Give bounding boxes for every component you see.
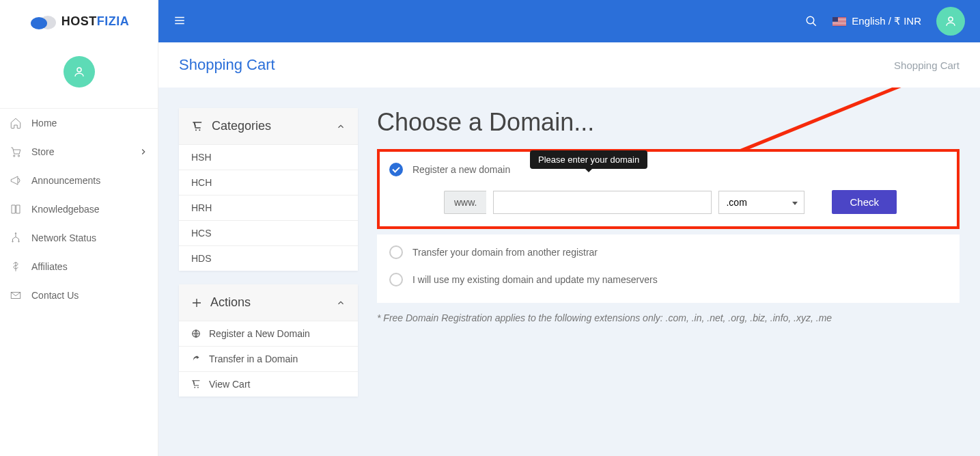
- logo-icon: [29, 12, 59, 31]
- flag-icon: [832, 17, 846, 26]
- svg-point-13: [199, 129, 200, 131]
- share-icon: [191, 354, 201, 364]
- domain-input[interactable]: [493, 191, 712, 214]
- hamburger-icon: [173, 14, 186, 27]
- sidebar: HOSTFIZIA Home Store Announcements Knowl…: [0, 0, 158, 456]
- category-item[interactable]: HDS: [179, 245, 358, 271]
- action-view-cart[interactable]: View Cart: [179, 371, 358, 397]
- chevron-up-icon: [336, 122, 346, 131]
- action-register-domain[interactable]: Register a New Domain: [179, 321, 358, 346]
- user-icon: [944, 15, 957, 27]
- category-item[interactable]: HSH: [179, 144, 358, 170]
- svg-point-9: [807, 16, 815, 24]
- radio-checked-icon: [389, 163, 403, 176]
- nav-label: Home: [31, 118, 57, 129]
- megaphone-icon: [10, 174, 22, 187]
- book-icon: [10, 203, 22, 215]
- nav-home[interactable]: Home: [0, 109, 158, 137]
- option-label: Transfer your domain from another regist…: [412, 247, 598, 258]
- page-header: Shopping Cart Shopping Cart: [158, 42, 980, 88]
- option-register[interactable]: Register a new domain: [389, 159, 947, 180]
- nav-affiliates[interactable]: Affiliates: [0, 252, 158, 281]
- nav-list: Home Store Announcements Knowledgebase N…: [0, 108, 158, 310]
- nav-label: Network Status: [31, 232, 96, 243]
- nav-network[interactable]: Network Status: [0, 224, 158, 252]
- option-existing[interactable]: I will use my existing domain and update…: [389, 266, 947, 293]
- option-label: I will use my existing domain and update…: [412, 274, 658, 285]
- nav-label: Knowledgebase: [31, 204, 100, 215]
- breadcrumb: Shopping Cart: [894, 59, 960, 71]
- tooltip: Please enter your domain: [530, 150, 647, 169]
- cart-icon: [10, 146, 22, 158]
- svg-point-1: [31, 17, 47, 29]
- svg-point-15: [194, 387, 195, 388]
- chevron-right-icon: [139, 147, 148, 157]
- nav-label: Announcements: [31, 175, 100, 186]
- sidebar-avatar[interactable]: [64, 56, 95, 88]
- user-menu[interactable]: [936, 7, 965, 36]
- check-button[interactable]: Check: [832, 190, 897, 214]
- footnote: * Free Domain Registration applies to th…: [377, 312, 960, 323]
- nav-label: Store: [31, 146, 54, 157]
- action-label: Register a New Domain: [209, 328, 310, 339]
- tld-select[interactable]: .com: [718, 191, 804, 214]
- nav-knowledgebase[interactable]: Knowledgebase: [0, 195, 158, 224]
- panel-title: Actions: [210, 295, 251, 310]
- cart-icon: [191, 379, 201, 389]
- mail-icon: [10, 289, 22, 301]
- action-label: View Cart: [209, 379, 250, 390]
- radio-icon: [389, 273, 403, 286]
- option-transfer[interactable]: Transfer your domain from another regist…: [389, 239, 947, 266]
- topbar: English / ₹ INR: [158, 0, 980, 42]
- search-icon[interactable]: [805, 15, 817, 27]
- domain-register-box: Register a new domain Please enter your …: [377, 149, 960, 229]
- actions-header[interactable]: Actions: [179, 284, 358, 321]
- domain-heading: Choose a Domain...: [377, 108, 960, 137]
- chevron-up-icon: [336, 298, 346, 308]
- category-item[interactable]: HRH: [179, 195, 358, 220]
- globe-icon: [191, 329, 201, 338]
- nav-label: Affiliates: [31, 261, 68, 272]
- category-item[interactable]: HCS: [179, 220, 358, 245]
- category-item[interactable]: HCH: [179, 170, 358, 195]
- action-transfer-domain[interactable]: Transfer in a Domain: [179, 346, 358, 371]
- nav-store[interactable]: Store: [0, 137, 158, 166]
- nav-contact[interactable]: Contact Us: [0, 281, 158, 310]
- lang-label: English / ₹ INR: [852, 15, 921, 27]
- page-title: Shopping Cart: [179, 56, 275, 74]
- svg-point-4: [18, 155, 19, 157]
- language-selector[interactable]: English / ₹ INR: [832, 15, 921, 27]
- action-label: Transfer in a Domain: [209, 353, 298, 364]
- main: English / ₹ INR Shopping Cart Shopping C…: [158, 0, 980, 456]
- option-label: Register a new domain: [412, 164, 510, 175]
- categories-header[interactable]: Categories: [179, 108, 358, 144]
- dollar-icon: [10, 260, 22, 273]
- home-icon: [10, 117, 22, 129]
- svg-point-3: [14, 155, 15, 157]
- categories-panel: Categories HSH HCH HRH HCS HDS: [179, 108, 358, 271]
- network-icon: [10, 232, 22, 244]
- nav-announcements[interactable]: Announcements: [0, 166, 158, 195]
- domain-prefix: www.: [444, 191, 486, 214]
- svg-point-2: [77, 68, 81, 72]
- domain-other-options: Transfer your domain from another regist…: [377, 234, 960, 303]
- logo-text: HOSTFIZIA: [61, 14, 130, 29]
- svg-point-12: [195, 129, 197, 131]
- svg-point-16: [197, 387, 199, 388]
- cart-icon: [191, 121, 204, 132]
- svg-point-10: [949, 17, 953, 21]
- panel-title: Categories: [212, 119, 271, 133]
- logo[interactable]: HOSTFIZIA: [0, 0, 158, 42]
- radio-icon: [389, 245, 403, 259]
- plus-icon: [191, 297, 202, 308]
- menu-toggle[interactable]: [173, 14, 186, 29]
- actions-panel: Actions Register a New Domain Transfer i…: [179, 284, 358, 397]
- nav-label: Contact Us: [31, 290, 79, 301]
- user-icon: [73, 66, 85, 78]
